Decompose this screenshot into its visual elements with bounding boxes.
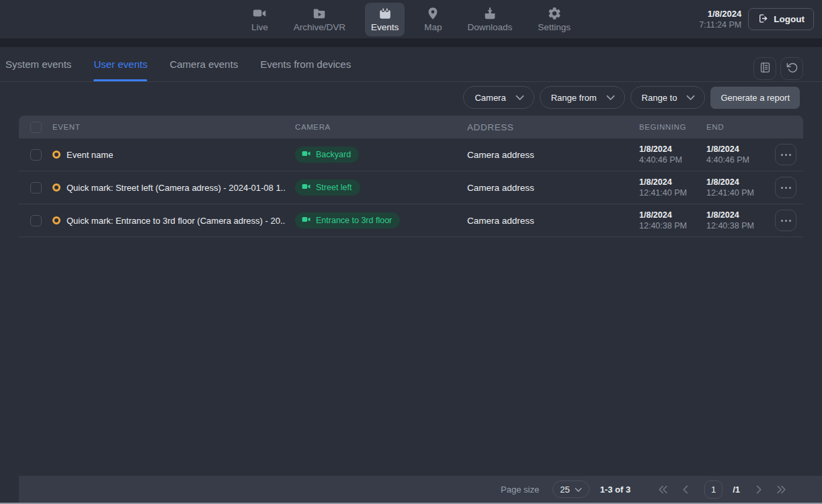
row-menu-ellipsis-button[interactable] xyxy=(775,144,796,165)
camera-filter-label: Camera xyxy=(475,93,505,103)
tab-label: Events from devices xyxy=(260,58,351,70)
camera-chip: Backyard xyxy=(295,146,359,163)
nav-item-archive-dvr[interactable]: Archive/DVR xyxy=(288,3,352,36)
first-page-button[interactable] xyxy=(655,482,671,497)
nav-item-map[interactable]: Map xyxy=(418,3,448,36)
column-header-camera: CAMERA xyxy=(295,123,467,131)
row-menu-ellipsis-button[interactable] xyxy=(775,177,796,198)
nav-item-settings[interactable]: Settings xyxy=(532,3,577,36)
download-icon xyxy=(482,5,498,22)
camera-chip-icon xyxy=(301,149,311,160)
datetime-display: 1/8/2024 7:11:24 PM xyxy=(699,8,741,31)
event-name: Event name xyxy=(67,150,113,160)
event-name: Quick mark: Entrance to 3rd floor (Camer… xyxy=(67,216,286,226)
end-time: 4:40:46 PM xyxy=(706,155,774,165)
topbar-divider-strip xyxy=(0,38,822,47)
generate-report-button[interactable]: Generate a report xyxy=(710,87,800,109)
begin-date: 1/8/2024 xyxy=(639,144,706,155)
map-pin-icon xyxy=(425,5,441,22)
next-page-button[interactable] xyxy=(753,482,765,497)
end-time: 12:40:38 PM xyxy=(706,220,774,231)
row-menu-ellipsis-button[interactable] xyxy=(775,210,796,231)
nav-item-label: Live xyxy=(251,22,268,32)
range-to-label: Range to xyxy=(642,93,677,103)
begin-date: 1/8/2024 xyxy=(639,210,706,220)
page-size-value: 25 xyxy=(560,485,569,495)
nav-item-events[interactable]: Events xyxy=(365,3,405,36)
select-all-checkbox[interactable] xyxy=(30,122,42,133)
row-checkbox[interactable] xyxy=(30,215,42,226)
last-page-button[interactable] xyxy=(774,482,790,497)
pagination-footer: Page size 25 1-3 of 3 1 /1 xyxy=(19,476,822,503)
camera-chip-icon xyxy=(301,215,311,226)
table-row[interactable]: Quick mark: Street left (Camera adress) … xyxy=(19,171,803,204)
range-from-label: Range from xyxy=(551,93,597,103)
video-camera-icon xyxy=(251,5,268,22)
nav-item-label: Map xyxy=(424,22,442,32)
end-date: 1/8/2024 xyxy=(706,210,774,220)
calendar-events-icon xyxy=(377,5,393,22)
table-row[interactable]: Event name Backyard Camera address 1/8/2… xyxy=(19,138,803,171)
events-tabs: System events User events Camera events … xyxy=(0,47,822,81)
archive-folder-icon xyxy=(311,5,327,22)
tab-system-events[interactable]: System events xyxy=(5,47,71,81)
column-header-end: END xyxy=(706,122,774,132)
camera-filter-dropdown[interactable]: Camera xyxy=(463,86,534,109)
current-page-input[interactable]: 1 xyxy=(704,480,723,499)
column-header-address: ADDRESS xyxy=(467,122,639,132)
refresh-icon xyxy=(786,61,798,76)
previous-page-button[interactable] xyxy=(680,482,692,497)
pager-controls: 1 /1 xyxy=(655,480,790,499)
chevron-down-icon xyxy=(575,485,582,495)
refresh-button[interactable] xyxy=(780,57,803,80)
tab-user-events[interactable]: User events xyxy=(93,47,147,81)
camera-chip-label: Entrance to 3rd floor xyxy=(316,216,392,225)
current-date: 1/8/2024 xyxy=(699,8,741,19)
begin-time: 12:40:38 PM xyxy=(639,220,706,231)
tab-label: System events xyxy=(5,58,71,70)
gear-icon xyxy=(546,5,563,22)
tab-label: Camera events xyxy=(169,58,238,70)
tab-actions xyxy=(753,57,803,80)
events-table: EVENT CAMERA ADDRESS BEGINNING END Event… xyxy=(19,116,803,237)
begin-time: 4:40:46 PM xyxy=(639,155,706,165)
camera-address: Camera address xyxy=(467,216,639,226)
logout-label: Logout xyxy=(774,14,805,24)
nav-item-downloads[interactable]: Downloads xyxy=(462,3,519,36)
nav-item-live[interactable]: Live xyxy=(245,3,274,36)
row-checkbox[interactable] xyxy=(30,149,42,161)
camera-chip-label: Street left xyxy=(316,183,352,192)
page-size-label: Page size xyxy=(501,485,539,495)
table-header-row: EVENT CAMERA ADDRESS BEGINNING END xyxy=(19,116,803,138)
tab-events-from-devices[interactable]: Events from devices xyxy=(260,47,351,81)
events-tabs-row: System events User events Camera events … xyxy=(0,47,822,82)
top-bar: Live Archive/DVR Events xyxy=(0,0,822,38)
row-checkbox[interactable] xyxy=(30,182,42,194)
topbar-right: 1/8/2024 7:11:24 PM Logout xyxy=(699,8,814,31)
result-count: 1-3 of 3 xyxy=(600,485,631,495)
nav-item-label: Archive/DVR xyxy=(294,22,345,32)
column-header-event: EVENT xyxy=(52,123,295,131)
event-name: Quick mark: Street left (Camera adress) … xyxy=(67,183,286,193)
filter-row: Camera Range from Range to Generate a re… xyxy=(0,82,822,113)
table-row[interactable]: Quick mark: Entrance to 3rd floor (Camer… xyxy=(19,204,803,237)
range-to-dropdown[interactable]: Range to xyxy=(630,86,706,109)
range-from-dropdown[interactable]: Range from xyxy=(540,86,625,109)
nav-item-label: Settings xyxy=(538,22,571,32)
chevron-down-icon xyxy=(606,93,615,103)
begin-time: 12:41:40 PM xyxy=(639,187,706,198)
camera-chip: Entrance to 3rd floor xyxy=(295,212,400,228)
tab-label: User events xyxy=(93,58,147,70)
logout-button[interactable]: Logout xyxy=(748,8,814,30)
camera-chip-icon xyxy=(301,182,311,193)
chevron-down-icon xyxy=(516,93,524,103)
camera-chip-label: Backyard xyxy=(316,150,351,159)
total-pages-label: /1 xyxy=(733,485,740,495)
main-navigation: Live Archive/DVR Events xyxy=(245,3,577,36)
camera-address: Camera address xyxy=(467,183,639,193)
nav-item-label: Downloads xyxy=(468,22,513,32)
chevron-down-icon xyxy=(686,93,695,103)
tab-camera-events[interactable]: Camera events xyxy=(169,47,238,81)
report-journal-button[interactable] xyxy=(753,57,776,80)
page-size-dropdown[interactable]: 25 xyxy=(552,480,589,498)
